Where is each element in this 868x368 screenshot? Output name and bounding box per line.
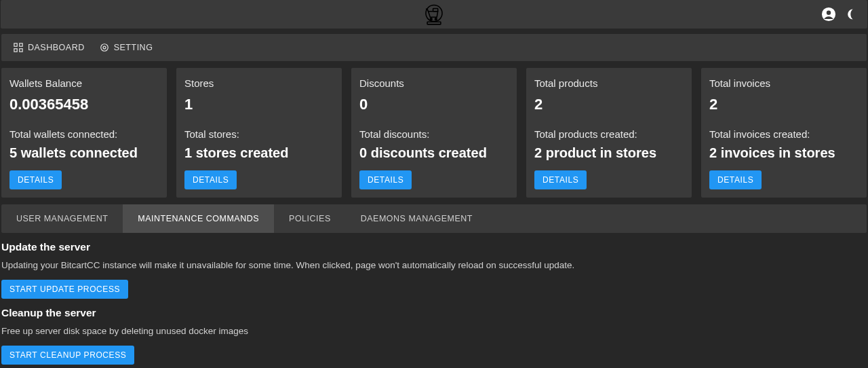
section-title: Update the server bbox=[1, 241, 867, 253]
topbar-actions bbox=[821, 7, 859, 22]
svg-point-0 bbox=[426, 5, 442, 22]
card-title: Total invoices bbox=[709, 77, 859, 89]
svg-point-1 bbox=[430, 18, 432, 20]
card-value: 0.00365458 bbox=[9, 96, 159, 113]
details-button[interactable]: DETAILS bbox=[709, 170, 762, 189]
card-sublabel: Total wallets connected: bbox=[9, 128, 159, 140]
card-title: Total products bbox=[534, 77, 684, 89]
admin-tabs: USER MANAGEMENT MAINTENANCE COMMANDS POL… bbox=[1, 204, 867, 233]
svg-point-12 bbox=[103, 46, 106, 49]
account-icon[interactable] bbox=[821, 7, 836, 22]
card-title: Stores bbox=[184, 77, 334, 89]
card-value: 0 bbox=[359, 96, 509, 113]
tab-maintenance-commands[interactable]: MAINTENANCE COMMANDS bbox=[123, 204, 274, 233]
section-desc: Updating your BitcartCC instance will ma… bbox=[1, 260, 867, 270]
app-logo bbox=[422, 3, 446, 26]
card-value: 2 bbox=[709, 96, 859, 113]
nav-dashboard[interactable]: DASHBOARD bbox=[14, 43, 85, 52]
card-value: 1 bbox=[184, 96, 334, 113]
nav-dashboard-label: DASHBOARD bbox=[28, 43, 85, 52]
details-button[interactable]: DETAILS bbox=[359, 170, 412, 189]
tab-daemons-management[interactable]: DAEMONS MANAGEMENT bbox=[346, 204, 488, 233]
card-subvalue: 1 stores created bbox=[184, 145, 334, 161]
nav-setting-label: SETTING bbox=[114, 43, 153, 52]
section-cleanup-server: Cleanup the server Free up server disk s… bbox=[0, 299, 868, 365]
start-cleanup-button[interactable]: START CLEANUP PROCESS bbox=[1, 346, 134, 365]
details-button[interactable]: DETAILS bbox=[534, 170, 587, 189]
card-subvalue: 5 wallets connected bbox=[9, 145, 159, 161]
theme-toggle-icon[interactable] bbox=[844, 7, 859, 22]
card-total-products: Total products 2 Total products created:… bbox=[526, 68, 692, 198]
svg-point-6 bbox=[827, 11, 831, 15]
stats-cards: Wallets Balance 0.00365458 Total wallets… bbox=[0, 61, 868, 198]
tab-user-management[interactable]: USER MANAGEMENT bbox=[1, 204, 123, 233]
tab-policies[interactable]: POLICIES bbox=[274, 204, 346, 233]
dashboard-icon bbox=[14, 43, 23, 52]
svg-rect-10 bbox=[20, 49, 22, 52]
navbar: DASHBOARD SETTING bbox=[1, 34, 867, 61]
card-wallets-balance: Wallets Balance 0.00365458 Total wallets… bbox=[1, 68, 167, 198]
svg-rect-4 bbox=[427, 22, 441, 24]
card-subvalue: 0 discounts created bbox=[359, 145, 509, 161]
topbar bbox=[1, 0, 867, 29]
section-title: Cleanup the server bbox=[1, 307, 867, 319]
card-stores: Stores 1 Total stores: 1 stores created … bbox=[176, 68, 342, 198]
card-subvalue: 2 product in stores bbox=[534, 145, 684, 161]
card-discounts: Discounts 0 Total discounts: 0 discounts… bbox=[351, 68, 517, 198]
nav-setting[interactable]: SETTING bbox=[100, 43, 153, 52]
card-sublabel: Total invoices created: bbox=[709, 128, 859, 140]
card-title: Wallets Balance bbox=[9, 77, 159, 89]
section-desc: Free up server disk space by deleting un… bbox=[1, 326, 867, 336]
card-subvalue: 2 invoices in stores bbox=[709, 145, 859, 161]
svg-rect-8 bbox=[20, 43, 22, 46]
setting-icon bbox=[100, 43, 109, 52]
details-button[interactable]: DETAILS bbox=[9, 170, 62, 189]
section-update-server: Update the server Updating your BitcartC… bbox=[0, 233, 868, 299]
svg-rect-7 bbox=[14, 43, 17, 46]
svg-point-2 bbox=[435, 18, 437, 20]
card-sublabel: Total products created: bbox=[534, 128, 684, 140]
card-total-invoices: Total invoices 2 Total invoices created:… bbox=[701, 68, 867, 198]
card-title: Discounts bbox=[359, 77, 509, 89]
start-update-button[interactable]: START UPDATE PROCESS bbox=[1, 280, 128, 299]
svg-rect-9 bbox=[14, 49, 17, 52]
card-sublabel: Total stores: bbox=[184, 128, 334, 140]
card-value: 2 bbox=[534, 96, 684, 113]
svg-point-11 bbox=[100, 44, 108, 52]
svg-rect-3 bbox=[433, 9, 438, 12]
details-button[interactable]: DETAILS bbox=[184, 170, 237, 189]
card-sublabel: Total discounts: bbox=[359, 128, 509, 140]
